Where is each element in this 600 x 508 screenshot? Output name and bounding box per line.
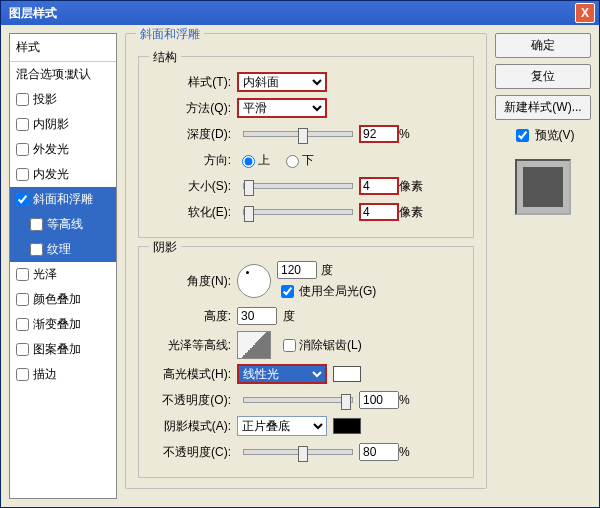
angle-input[interactable] bbox=[277, 261, 317, 279]
style-drop-shadow[interactable]: 投影 bbox=[10, 87, 116, 112]
direction-label: 方向: bbox=[149, 152, 237, 169]
angle-label: 角度(N): bbox=[149, 273, 237, 290]
checkbox[interactable] bbox=[16, 168, 29, 181]
ok-button[interactable]: 确定 bbox=[495, 33, 591, 58]
checkbox[interactable] bbox=[16, 93, 29, 106]
highlight-opacity-input[interactable] bbox=[359, 391, 399, 409]
angle-dial[interactable] bbox=[237, 264, 271, 298]
style-bevel-emboss[interactable]: 斜面和浮雕 bbox=[10, 187, 116, 212]
style-outer-glow[interactable]: 外发光 bbox=[10, 137, 116, 162]
preview-toggle[interactable]: 预览(V) bbox=[495, 126, 591, 145]
checkbox[interactable] bbox=[16, 118, 29, 131]
blending-options[interactable]: 混合选项:默认 bbox=[10, 62, 116, 87]
checkbox[interactable] bbox=[16, 343, 29, 356]
style-gradient-overlay[interactable]: 渐变叠加 bbox=[10, 312, 116, 337]
shading-group: 阴影 角度(N): 度 使用全局光(G) 高度: bbox=[138, 246, 474, 478]
titlebar: 图层样式 X bbox=[1, 1, 599, 25]
antialias-checkbox[interactable] bbox=[283, 339, 296, 352]
checkbox[interactable] bbox=[30, 243, 43, 256]
gloss-contour-label: 光泽等高线: bbox=[149, 337, 237, 354]
direction-up-radio[interactable] bbox=[242, 155, 255, 168]
style-pattern-overlay[interactable]: 图案叠加 bbox=[10, 337, 116, 362]
style-stroke[interactable]: 描边 bbox=[10, 362, 116, 387]
soften-label: 软化(E): bbox=[149, 204, 237, 221]
highlight-opacity-label: 不透明度(O): bbox=[149, 392, 237, 409]
style-select[interactable]: 内斜面 bbox=[237, 72, 327, 92]
checkbox[interactable] bbox=[16, 368, 29, 381]
preview-checkbox[interactable] bbox=[516, 129, 529, 142]
window-title: 图层样式 bbox=[5, 5, 575, 22]
checkbox[interactable] bbox=[16, 143, 29, 156]
depth-input[interactable] bbox=[359, 125, 399, 143]
style-label: 样式(T): bbox=[149, 74, 237, 91]
depth-label: 深度(D): bbox=[149, 126, 237, 143]
shadow-mode-select[interactable]: 正片叠底 bbox=[237, 416, 327, 436]
shadow-mode-label: 阴影模式(A): bbox=[149, 418, 237, 435]
direction-down-radio[interactable] bbox=[286, 155, 299, 168]
new-style-button[interactable]: 新建样式(W)... bbox=[495, 95, 591, 120]
shadow-opacity-label: 不透明度(C): bbox=[149, 444, 237, 461]
checkbox[interactable] bbox=[16, 268, 29, 281]
size-label: 大小(S): bbox=[149, 178, 237, 195]
depth-slider[interactable] bbox=[243, 131, 353, 137]
style-inner-glow[interactable]: 内发光 bbox=[10, 162, 116, 187]
styles-header: 样式 bbox=[10, 34, 116, 62]
preview-swatch bbox=[515, 159, 571, 215]
altitude-input[interactable] bbox=[237, 307, 277, 325]
structure-title: 结构 bbox=[149, 49, 181, 66]
style-contour[interactable]: 等高线 bbox=[10, 212, 116, 237]
size-slider[interactable] bbox=[243, 183, 353, 189]
reset-button[interactable]: 复位 bbox=[495, 64, 591, 89]
gloss-contour-picker[interactable] bbox=[237, 331, 271, 359]
highlight-color-swatch[interactable] bbox=[333, 366, 361, 382]
bevel-group-title: 斜面和浮雕 bbox=[136, 26, 204, 43]
highlight-mode-label: 高光模式(H): bbox=[149, 366, 237, 383]
close-button[interactable]: X bbox=[575, 3, 595, 23]
highlight-mode-select[interactable]: 线性光 bbox=[237, 364, 327, 384]
styles-list: 样式 混合选项:默认 投影 内阴影 外发光 内发光 斜面和浮雕 等高线 纹理 光… bbox=[9, 33, 117, 499]
checkbox[interactable] bbox=[30, 218, 43, 231]
technique-select[interactable]: 平滑 bbox=[237, 98, 327, 118]
style-inner-shadow[interactable]: 内阴影 bbox=[10, 112, 116, 137]
style-color-overlay[interactable]: 颜色叠加 bbox=[10, 287, 116, 312]
soften-slider[interactable] bbox=[243, 209, 353, 215]
soften-input[interactable] bbox=[359, 203, 399, 221]
highlight-opacity-slider[interactable] bbox=[243, 397, 353, 403]
shadow-opacity-input[interactable] bbox=[359, 443, 399, 461]
shading-title: 阴影 bbox=[149, 239, 181, 256]
style-texture[interactable]: 纹理 bbox=[10, 237, 116, 262]
structure-group: 结构 样式(T): 内斜面 方法(Q): 平滑 深度(D): % 方向: 上 下… bbox=[138, 56, 474, 238]
checkbox[interactable] bbox=[16, 193, 29, 206]
shadow-opacity-slider[interactable] bbox=[243, 449, 353, 455]
altitude-label: 高度: bbox=[149, 308, 237, 325]
global-light-checkbox[interactable] bbox=[281, 285, 294, 298]
size-input[interactable] bbox=[359, 177, 399, 195]
style-satin[interactable]: 光泽 bbox=[10, 262, 116, 287]
checkbox[interactable] bbox=[16, 318, 29, 331]
checkbox[interactable] bbox=[16, 293, 29, 306]
shadow-color-swatch[interactable] bbox=[333, 418, 361, 434]
technique-label: 方法(Q): bbox=[149, 100, 237, 117]
bevel-group: 斜面和浮雕 结构 样式(T): 内斜面 方法(Q): 平滑 深度(D): % 方… bbox=[125, 33, 487, 489]
